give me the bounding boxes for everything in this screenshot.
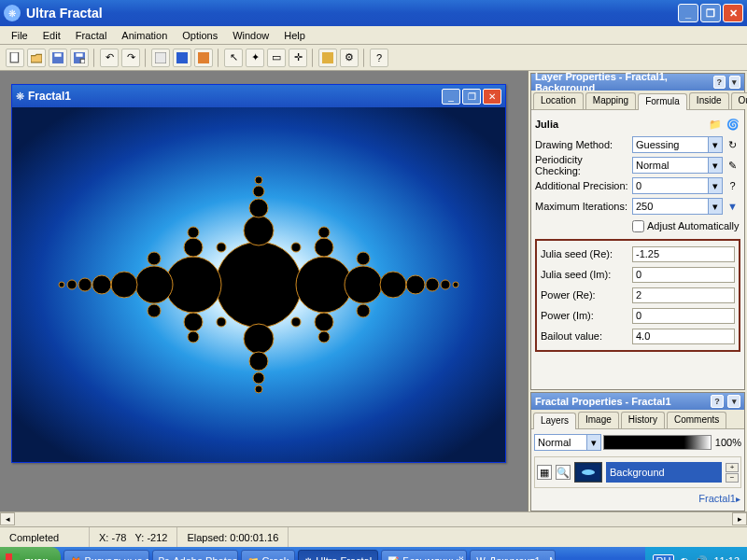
tab-formula[interactable]: Formula xyxy=(638,93,687,110)
svg-rect-0 xyxy=(10,52,18,63)
formula-browse-icon[interactable]: 📁 xyxy=(707,117,723,133)
svg-point-21 xyxy=(426,278,439,291)
tab-layers[interactable]: Layers xyxy=(533,413,576,429)
periodicity-select[interactable]: Normal▾ xyxy=(632,157,723,174)
layer-remove-icon[interactable]: − xyxy=(726,473,739,483)
layer-thumbnail[interactable] xyxy=(574,462,602,483)
tab-outside[interactable]: Outside xyxy=(731,92,747,109)
formula-reload-icon[interactable]: 🌀 xyxy=(725,117,740,133)
param-input-bailout[interactable]: 4.0 xyxy=(632,329,735,344)
start-button[interactable]: пуск xyxy=(0,547,61,560)
precision-help-icon[interactable]: ? xyxy=(725,178,740,194)
tb-open-icon[interactable] xyxy=(27,49,46,67)
adjust-auto-label: Adjust Automatically xyxy=(647,220,739,231)
tab-location[interactable]: Location xyxy=(533,92,584,109)
layer-add-icon[interactable]: + xyxy=(726,463,739,472)
svg-point-13 xyxy=(296,257,352,313)
innerwin-close-button[interactable]: ✕ xyxy=(483,89,501,105)
svg-point-41 xyxy=(318,331,330,343)
innerwin-max-button[interactable]: ❐ xyxy=(462,89,481,105)
menu-fractal[interactable]: Fractal xyxy=(68,28,115,43)
fractal-panel-collapse-icon[interactable]: ▾ xyxy=(727,395,740,408)
system-tray[interactable]: RU ◐ 🔊 11:13 xyxy=(645,547,747,560)
menu-animation[interactable]: Animation xyxy=(114,28,175,43)
param-input-power-im[interactable]: 0 xyxy=(632,308,735,324)
layer-panel-header[interactable]: Layer Properties - Fractal1, Background … xyxy=(531,74,744,91)
tb-wand-icon[interactable]: ✦ xyxy=(246,49,264,67)
svg-rect-9 xyxy=(322,52,333,63)
tb-run-icon[interactable] xyxy=(318,49,337,67)
precision-select[interactable]: 0▾ xyxy=(632,177,723,194)
workspace-scrollbar[interactable]: ◂ ▸ xyxy=(0,511,747,526)
periodicity-edit-icon[interactable]: ✎ xyxy=(725,158,740,174)
adjust-auto-checkbox[interactable] xyxy=(632,220,644,232)
layer-panel-collapse-icon[interactable]: ▾ xyxy=(729,76,741,89)
window-minimize-button[interactable]: _ xyxy=(678,4,698,22)
tb-pointer-icon[interactable]: ↖ xyxy=(224,49,243,67)
fractal-canvas[interactable] xyxy=(12,107,505,462)
tb-save-icon[interactable] xyxy=(49,49,67,67)
tb-save-as-icon[interactable] xyxy=(70,49,89,67)
drawing-method-refresh-icon[interactable]: ↻ xyxy=(725,137,740,153)
taskbar-item[interactable]: 📝 Безымянный - … xyxy=(381,550,467,560)
layer-panel-help-icon[interactable]: ? xyxy=(713,76,726,89)
tray-icon[interactable]: 🔊 xyxy=(695,555,708,561)
maxiter-select[interactable]: 250▾ xyxy=(632,198,723,215)
layer-panel-tabs: Location Mapping Formula Inside Outside xyxy=(531,91,744,110)
tb-render-icon[interactable] xyxy=(151,49,170,67)
tb-new-icon[interactable] xyxy=(6,49,24,67)
svg-point-39 xyxy=(188,331,199,343)
layer-visibility-icon[interactable]: ▦ xyxy=(537,465,552,480)
fractal-window-titlebar[interactable]: ❋ Fractal1 _ ❐ ✕ xyxy=(12,85,505,107)
maxiter-expand-icon[interactable]: ▼ xyxy=(725,199,740,215)
tray-language[interactable]: RU xyxy=(653,554,675,560)
tb-mode-b-icon[interactable] xyxy=(194,49,213,67)
menu-file[interactable]: File xyxy=(4,28,35,43)
tb-redo-icon[interactable]: ↷ xyxy=(121,49,140,67)
tb-help-icon[interactable]: ? xyxy=(370,49,388,67)
scroll-left-icon[interactable]: ◂ xyxy=(0,512,15,525)
svg-point-26 xyxy=(244,216,274,245)
tab-image[interactable]: Image xyxy=(578,412,619,428)
blend-mode-select[interactable]: Normal▾ xyxy=(534,434,601,451)
tray-icon[interactable]: ◐ xyxy=(680,555,689,561)
fractal-panel-header[interactable]: Fractal Properties - Fractal1 ? ▾ xyxy=(531,393,744,410)
taskbar-item-active[interactable]: ❋ Ultra Fractal xyxy=(298,550,378,560)
menu-edit[interactable]: Edit xyxy=(35,28,68,43)
param-input-power-re[interactable]: 2 xyxy=(632,287,735,303)
param-input-julia-re[interactable]: -1.25 xyxy=(632,246,735,262)
drawing-method-select[interactable]: Guessing▾ xyxy=(632,136,723,153)
innerwin-min-button[interactable]: _ xyxy=(442,89,460,105)
tab-comments[interactable]: Comments xyxy=(667,412,726,428)
layer-item-background[interactable]: Background xyxy=(606,462,722,483)
menu-help[interactable]: Help xyxy=(276,28,313,43)
fractal-panel-help-icon[interactable]: ? xyxy=(711,395,724,408)
scroll-right-icon[interactable]: ▸ xyxy=(732,512,747,525)
layer-zoom-icon[interactable]: 🔍 xyxy=(556,465,571,480)
windows-logo-icon xyxy=(6,553,21,560)
tab-inside[interactable]: Inside xyxy=(689,92,729,109)
param-input-julia-im[interactable]: 0 xyxy=(632,267,735,283)
tb-gear-icon[interactable]: ⚙ xyxy=(340,49,359,67)
svg-rect-6 xyxy=(155,52,166,63)
window-maximize-button[interactable]: ❐ xyxy=(700,4,721,22)
tb-sep xyxy=(312,49,314,67)
tab-history[interactable]: History xyxy=(621,412,665,428)
chevron-down-icon: ▾ xyxy=(586,435,600,450)
taskbar-item[interactable]: W Документ1 - Mi… xyxy=(470,550,556,560)
tb-select-icon[interactable]: ▭ xyxy=(267,49,286,67)
taskbar-item[interactable]: 🦊 Визуальные за… xyxy=(63,550,149,560)
param-label: Julia seed (Re): xyxy=(541,248,630,259)
svg-point-22 xyxy=(67,280,77,289)
main-toolbar: ↶ ↷ ↖ ✦ ▭ ✛ ⚙ ? xyxy=(0,45,747,71)
taskbar-item[interactable]: Ps Adobe Photosh… xyxy=(152,550,238,560)
taskbar-item[interactable]: 📁 Crack xyxy=(241,550,296,560)
tb-mode-a-icon[interactable] xyxy=(173,49,191,67)
tb-target-icon[interactable]: ✛ xyxy=(289,49,307,67)
menu-options[interactable]: Options xyxy=(175,28,225,43)
menu-window[interactable]: Window xyxy=(225,28,276,43)
opacity-slider[interactable] xyxy=(603,435,712,450)
window-close-button[interactable]: ✕ xyxy=(723,4,743,22)
tab-mapping[interactable]: Mapping xyxy=(585,92,636,109)
tb-undo-icon[interactable]: ↶ xyxy=(100,49,119,67)
